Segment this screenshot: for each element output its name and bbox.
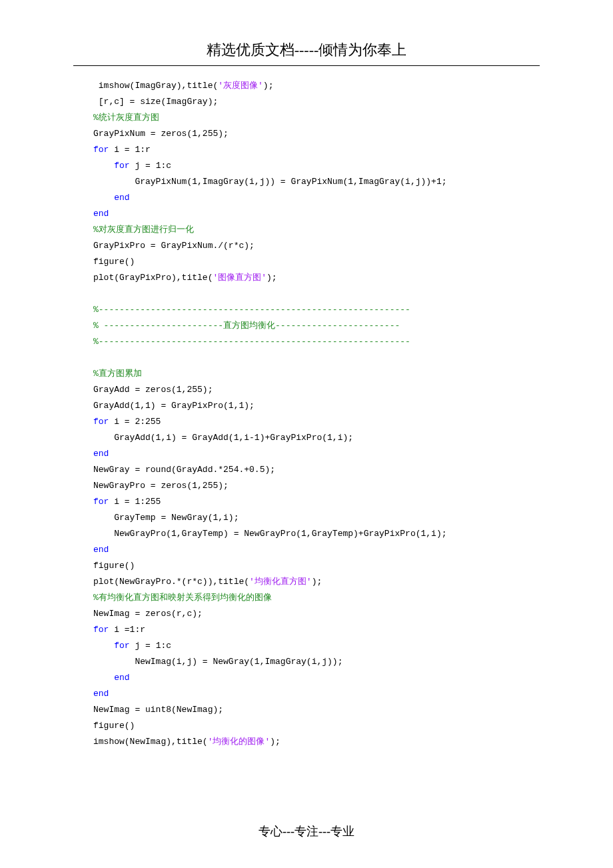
code-segment: NewGrayPro = zeros(1,255); bbox=[93, 481, 229, 491]
code-segment: %对灰度直方图进行归一化 bbox=[93, 225, 194, 235]
code-segment: figure() bbox=[93, 721, 135, 731]
code-segment bbox=[93, 641, 114, 651]
code-line: [r,c] = size(ImagGray); bbox=[93, 94, 520, 110]
code-line: for j = 1:c bbox=[93, 158, 520, 174]
code-segment: for bbox=[114, 161, 129, 171]
code-line: imshow(ImagGray),title('灰度图像'); bbox=[93, 78, 520, 94]
code-segment: ); bbox=[312, 577, 322, 587]
code-segment: NewGrayPro(1,GrayTemp) = NewGrayPro(1,Gr… bbox=[93, 529, 447, 539]
code-line: GrayPixPro = GrayPixNum./(r*c); bbox=[93, 238, 520, 254]
code-segment bbox=[93, 161, 114, 171]
code-segment: '均衡化直方图' bbox=[249, 577, 312, 587]
code-line: %统计灰度直方图 bbox=[93, 110, 520, 126]
code-segment: i =1:r bbox=[109, 625, 145, 635]
code-line: end bbox=[93, 686, 520, 702]
code-line: NewImag = zeros(r,c); bbox=[93, 606, 520, 622]
code-segment: j = 1:c bbox=[130, 641, 171, 651]
code-line: NewImag(i,j) = NewGray(1,ImagGray(i,j)); bbox=[93, 654, 520, 670]
page-header: 精选优质文档-----倾情为你奉上 bbox=[73, 40, 540, 66]
code-segment: plot(GrayPixPro),title( bbox=[93, 273, 213, 283]
code-segment: end bbox=[93, 545, 109, 555]
code-line bbox=[93, 350, 520, 366]
code-line: %---------------------------------------… bbox=[93, 334, 520, 350]
code-segment: GrayAdd(1,i) = GrayAdd(1,i-1)+GrayPixPro… bbox=[93, 433, 353, 443]
document-page: 精选优质文档-----倾情为你奉上 imshow(ImagGray),title… bbox=[0, 0, 613, 866]
code-segment: GrayTemp = NewGray(1,i); bbox=[93, 513, 239, 523]
code-segment: ); bbox=[270, 737, 281, 747]
code-line: end bbox=[93, 542, 520, 558]
code-line: %---------------------------------------… bbox=[93, 302, 520, 318]
code-segment: '灰度图像' bbox=[218, 81, 263, 91]
code-segment: end bbox=[93, 449, 109, 459]
code-segment: %直方图累加 bbox=[93, 369, 142, 379]
code-segment: imshow(ImagGray),title( bbox=[93, 81, 218, 91]
code-line: end bbox=[93, 206, 520, 222]
code-segment bbox=[93, 673, 114, 683]
code-segment: end bbox=[114, 673, 129, 683]
code-line: plot(GrayPixPro),title('图像直方图'); bbox=[93, 270, 520, 286]
code-segment: for bbox=[114, 641, 129, 651]
code-block: imshow(ImagGray),title('灰度图像'); [r,c] = … bbox=[93, 78, 520, 750]
code-line: figure() bbox=[93, 254, 520, 270]
code-line: GrayPixNum(1,ImagGray(i,j)) = GrayPixNum… bbox=[93, 174, 520, 190]
code-line: for j = 1:c bbox=[93, 638, 520, 654]
code-line: for i = 1:r bbox=[93, 142, 520, 158]
code-line: GrayAdd(1,i) = GrayAdd(1,i-1)+GrayPixPro… bbox=[93, 430, 520, 446]
code-segment: %统计灰度直方图 bbox=[93, 113, 159, 123]
code-segment: figure() bbox=[93, 561, 135, 571]
code-segment: %有均衡化直方图和映射关系得到均衡化的图像 bbox=[93, 593, 272, 603]
code-line: GrayAdd = zeros(1,255); bbox=[93, 382, 520, 398]
code-line: imshow(NewImag),title('均衡化的图像'); bbox=[93, 734, 520, 750]
code-line: GrayPixNum = zeros(1,255); bbox=[93, 126, 520, 142]
code-line: end bbox=[93, 670, 520, 686]
code-line: NewGrayPro = zeros(1,255); bbox=[93, 478, 520, 494]
code-segment bbox=[93, 353, 99, 363]
code-line: %对灰度直方图进行归一化 bbox=[93, 222, 520, 238]
code-segment: for bbox=[93, 497, 109, 507]
code-line: end bbox=[93, 190, 520, 206]
code-segment: ); bbox=[263, 81, 274, 91]
code-segment: GrayPixNum = zeros(1,255); bbox=[93, 129, 229, 139]
code-line: %有均衡化直方图和映射关系得到均衡化的图像 bbox=[93, 590, 520, 606]
code-segment: ); bbox=[267, 273, 277, 283]
code-line: GrayAdd(1,1) = GrayPixPro(1,1); bbox=[93, 398, 520, 414]
code-segment: NewImag(i,j) = NewGray(1,ImagGray(i,j)); bbox=[93, 657, 342, 667]
code-segment: end bbox=[93, 689, 109, 699]
code-line: plot(NewGrayPro.*(r*c)),title('均衡化直方图'); bbox=[93, 574, 520, 590]
code-line: %直方图累加 bbox=[93, 366, 520, 382]
code-segment: [r,c] = size(ImagGray); bbox=[93, 97, 218, 107]
code-line: for i =1:r bbox=[93, 622, 520, 638]
code-line bbox=[93, 286, 520, 302]
code-segment: %---------------------------------------… bbox=[93, 337, 410, 347]
code-segment: for bbox=[93, 417, 109, 427]
code-segment: imshow(NewImag),title( bbox=[93, 737, 208, 747]
code-line: GrayTemp = NewGray(1,i); bbox=[93, 510, 520, 526]
code-segment: end bbox=[93, 209, 109, 219]
code-segment: '图像直方图' bbox=[213, 273, 267, 283]
code-line: NewImag = uint8(NewImag); bbox=[93, 702, 520, 718]
code-segment: NewImag = uint8(NewImag); bbox=[93, 705, 223, 715]
code-segment: GrayAdd = zeros(1,255); bbox=[93, 385, 213, 395]
code-line: % -----------------------直方图均衡化---------… bbox=[93, 318, 520, 334]
code-segment: % -----------------------直方图均衡化---------… bbox=[93, 321, 400, 331]
code-segment: GrayPixPro = GrayPixNum./(r*c); bbox=[93, 241, 255, 251]
code-segment: i = 1:r bbox=[109, 145, 150, 155]
code-line: figure() bbox=[93, 718, 520, 734]
code-segment bbox=[93, 193, 114, 203]
page-footer: 专心---专注---专业 bbox=[0, 823, 613, 839]
code-line: figure() bbox=[93, 558, 520, 574]
code-segment: i = 2:255 bbox=[109, 417, 161, 427]
code-segment: figure() bbox=[93, 257, 135, 267]
code-line: for i = 2:255 bbox=[93, 414, 520, 430]
code-line: NewGrayPro(1,GrayTemp) = NewGrayPro(1,Gr… bbox=[93, 526, 520, 542]
code-line: for i = 1:255 bbox=[93, 494, 520, 510]
code-segment: GrayPixNum(1,ImagGray(i,j)) = GrayPixNum… bbox=[93, 177, 447, 187]
code-segment: for bbox=[93, 625, 109, 635]
code-segment bbox=[93, 289, 99, 299]
code-segment: %---------------------------------------… bbox=[93, 305, 410, 315]
code-segment: '均衡化的图像' bbox=[208, 737, 271, 747]
code-segment: NewGray = round(GrayAdd.*254.+0.5); bbox=[93, 465, 275, 475]
code-segment: NewImag = zeros(r,c); bbox=[93, 609, 203, 619]
code-line: NewGray = round(GrayAdd.*254.+0.5); bbox=[93, 462, 520, 478]
code-segment: j = 1:c bbox=[130, 161, 171, 171]
